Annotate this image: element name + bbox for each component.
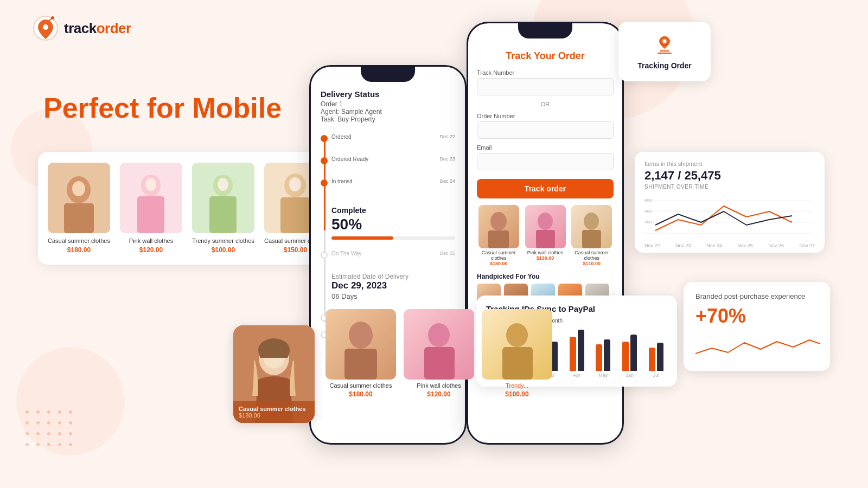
product-price-3: $150.00: [284, 246, 307, 254]
progress-bar-bg: [331, 236, 455, 240]
svg-point-15: [218, 178, 228, 191]
svg-point-11: [145, 178, 156, 191]
track-number-label: Track Number: [477, 69, 614, 76]
phone2-products: Casual summer clothes $180.00 Pink wall …: [477, 205, 614, 266]
product-name-0: Casual summer clothes: [48, 237, 110, 245]
bar-pair-jul: [649, 343, 663, 371]
product-price-1: $120.00: [139, 246, 163, 254]
phone2-product-2[interactable]: Casual summer clothes $110.00: [570, 205, 614, 266]
or-divider: OR: [477, 101, 614, 107]
phone-notch-1: [361, 67, 415, 82]
logo-icon: [33, 15, 59, 41]
svg-point-57: [25, 421, 29, 425]
progress-bar-fill: [331, 236, 393, 240]
track-order-title: Track Your Order: [477, 50, 614, 62]
timeline-date-2: Dec 24: [439, 178, 455, 185]
phone2-product-1[interactable]: Pink wall clothes $130.00: [525, 205, 566, 266]
branded-pct: +70%: [695, 305, 818, 328]
bar-orange-apr: [570, 337, 576, 371]
svg-point-19: [289, 177, 301, 191]
bar-orange-jul: [649, 348, 655, 371]
floating-tracking-order: Tracking Order: [618, 22, 711, 81]
branded-chart: [695, 332, 820, 359]
bar-pair-jun: [622, 335, 637, 371]
complete-pct: 50%: [331, 216, 455, 233]
floating-girl-card[interactable]: Casual summer clothes $180.00: [233, 325, 315, 423]
bottom-prod-price-1: $120.00: [427, 390, 450, 398]
bottom-prod-1[interactable]: Pink wall clothes $120.00: [404, 309, 474, 398]
timeline-item-2: In transit Dec 24: [331, 178, 455, 184]
order-task: Task: Buy Property: [321, 115, 455, 123]
svg-point-44: [349, 322, 373, 349]
svg-point-60: [58, 421, 61, 425]
complete-label: Complete: [331, 206, 455, 215]
timeline-date-3: Dec 25: [439, 251, 455, 257]
branded-label: Branded post-purchase experience: [695, 292, 818, 301]
timeline-item-0: Ordered Dec 22: [331, 134, 455, 140]
timeline-line: [324, 138, 326, 323]
product-card-1[interactable]: Pink wall clothes $120.00: [120, 163, 182, 254]
order-name: Order 1: [321, 100, 455, 108]
svg-point-70: [58, 443, 61, 446]
svg-point-52: [25, 410, 29, 414]
bottom-prod-img-0: [326, 309, 396, 380]
girl-label-bg: Casual summer clothes $180.00: [233, 401, 315, 423]
bar-label-apr: Apr: [573, 373, 580, 378]
handpicked-title: Handpicked For You: [477, 273, 614, 280]
timeline-dot-3: [321, 252, 328, 259]
product-name-2: Trendy summer clothes: [192, 237, 254, 245]
timeline-label-1: Ordered Ready: [331, 156, 455, 162]
girl-product-price: $180.00: [239, 412, 309, 419]
floating-tracking-title: Tracking Order: [630, 61, 699, 70]
svg-point-67: [25, 443, 29, 446]
svg-point-63: [36, 432, 40, 435]
bar-pair-may: [596, 339, 610, 371]
track-number-input[interactable]: [477, 78, 614, 95]
product-image-1: [120, 163, 182, 233]
timeline-item-3: On The Way Dec 25: [331, 251, 455, 256]
svg-point-7: [72, 181, 85, 196]
shipment-sublabel: SHIPMENT OVER TIME: [644, 184, 815, 190]
product-card-0[interactable]: Casual summer clothes $180.00: [48, 163, 110, 254]
product-card-2[interactable]: Trendy summer clothes $100.00: [192, 163, 254, 254]
bar-label-may: May: [598, 373, 608, 378]
track-order-button[interactable]: Track order: [477, 179, 614, 198]
phone2-prod-name-2: Casual summer clothes: [570, 250, 614, 261]
svg-point-61: [69, 421, 72, 425]
tracking-icon: [653, 33, 676, 56]
order-number-label: Order Number: [477, 113, 614, 119]
bottom-prod-name-1: Pink wall clothes: [417, 382, 461, 389]
svg-text:200: 200: [644, 220, 652, 224]
phone2-prod-img-2: [571, 205, 612, 248]
timeline-dot-2: [321, 179, 328, 187]
floating-shipment-stats: Items in this shipment 2,147 / 25,475 SH…: [635, 152, 825, 253]
shipment-count: 2,147 / 25,475: [644, 169, 815, 183]
bottom-prod-img-2: [482, 309, 552, 380]
order-number-input[interactable]: [477, 121, 614, 139]
svg-point-30: [663, 40, 667, 43]
complete-section: Complete 50%: [331, 201, 455, 240]
est-delivery-label: Estimated Date of Delivery: [331, 273, 455, 280]
est-delivery-date: Dec 29, 2023: [331, 280, 455, 291]
phone2-prod-price-1: $130.00: [537, 255, 554, 261]
svg-rect-48: [424, 347, 455, 380]
bottom-prod-0[interactable]: Casual summer clothes $180.00: [326, 309, 396, 398]
svg-point-56: [69, 410, 72, 414]
header: trackorder: [33, 15, 131, 41]
bottom-products-row: Casual summer clothes $180.00 Pink wall …: [326, 309, 552, 398]
bottom-prod-2[interactable]: Trendy... $100.00: [482, 309, 552, 398]
estimated-delivery: Estimated Date of Delivery Dec 29, 2023 …: [331, 273, 455, 300]
svg-text:800: 800: [644, 198, 652, 203]
email-input[interactable]: [477, 153, 614, 170]
phone2-prod-name-1: Pink wall clothes: [527, 250, 564, 255]
svg-point-21: [490, 212, 507, 230]
phone2-product-0[interactable]: Casual summer clothes $180.00: [477, 205, 521, 266]
svg-point-71: [69, 443, 72, 446]
timeline-dot-1: [321, 157, 328, 164]
svg-point-62: [25, 432, 29, 435]
svg-rect-14: [209, 196, 237, 233]
x-label-1: Nov 23: [675, 243, 691, 248]
svg-rect-18: [280, 197, 310, 233]
delivery-status-title: Delivery Status: [321, 89, 455, 99]
shipment-label: Items in this shipment: [644, 160, 815, 167]
